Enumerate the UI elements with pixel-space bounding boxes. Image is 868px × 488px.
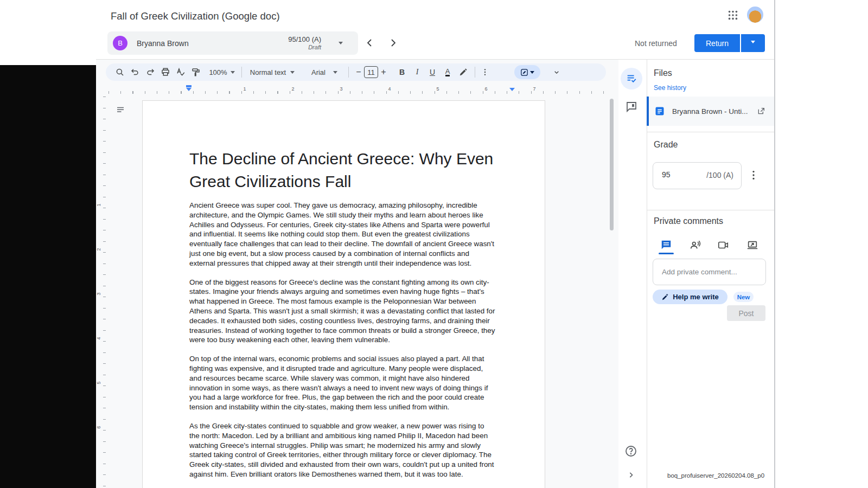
return-status: Not returned bbox=[635, 39, 677, 48]
document-page[interactable]: The Decline of Ancient Greece: Why Even … bbox=[142, 100, 545, 488]
section-divider bbox=[647, 210, 774, 210]
doc-editor-area: 100% Normal text Arial − 11 + B I U A bbox=[96, 60, 618, 488]
window-edge bbox=[774, 0, 775, 488]
files-section-title: Files bbox=[654, 68, 672, 78]
return-caret-icon bbox=[751, 41, 755, 46]
return-options-button[interactable] bbox=[741, 34, 765, 52]
see-history-link[interactable]: See history bbox=[654, 84, 686, 92]
ruler-number: 3 bbox=[340, 86, 342, 92]
text-color-button[interactable]: A bbox=[440, 65, 455, 79]
more-toolbar-options-button[interactable] bbox=[480, 65, 490, 79]
help-button[interactable] bbox=[624, 445, 637, 458]
first-line-indent-marker[interactable] bbox=[186, 88, 192, 91]
comment-bank-icon bbox=[625, 100, 638, 113]
student-selector[interactable]: B Bryanna Brown 95/100 (A) Draft bbox=[107, 31, 358, 55]
style-caret-icon bbox=[290, 71, 295, 76]
highlight-color-button[interactable] bbox=[455, 65, 470, 79]
video-comment-icon bbox=[717, 239, 729, 251]
new-feature-badge: New bbox=[733, 292, 754, 302]
decrease-font-size-button[interactable]: − bbox=[353, 65, 364, 79]
print-button[interactable] bbox=[158, 65, 173, 79]
font-size-input[interactable]: 11 bbox=[364, 66, 378, 78]
tab-text-comment[interactable] bbox=[660, 239, 672, 251]
help-me-write-button[interactable]: Help me write bbox=[653, 290, 727, 304]
toolbar-divider bbox=[241, 67, 242, 78]
undo-button[interactable] bbox=[127, 65, 143, 79]
selected-file-indicator bbox=[647, 97, 649, 126]
student-grade-summary: 95/100 (A) bbox=[256, 35, 321, 43]
spellcheck-button[interactable] bbox=[173, 65, 188, 79]
selected-tab-indicator bbox=[659, 253, 674, 254]
document-paragraph: One of the biggest reasons for Greece's … bbox=[189, 278, 496, 345]
zoom-select[interactable]: 100% bbox=[207, 65, 237, 79]
doc-file-icon bbox=[655, 106, 665, 116]
document-paragraph: As the Greek city-states continued to sq… bbox=[189, 421, 496, 479]
screen-recording-icon bbox=[746, 239, 758, 251]
document-outline-button[interactable] bbox=[116, 105, 125, 115]
right-indent-marker[interactable] bbox=[509, 88, 515, 91]
font-value: Arial bbox=[311, 68, 326, 76]
apps-grid-icon[interactable] bbox=[727, 9, 739, 21]
edit-mode-icon bbox=[520, 68, 528, 76]
ruler-number: 2 bbox=[96, 248, 101, 251]
ruler-number: 3 bbox=[96, 292, 101, 295]
pen-spark-icon bbox=[661, 293, 669, 301]
underline-button[interactable]: U bbox=[425, 65, 440, 79]
ruler-number: 1 bbox=[96, 203, 101, 206]
search-menus-button[interactable] bbox=[112, 65, 127, 79]
document-paragraph: On top of the internal wars, economic pr… bbox=[189, 354, 496, 412]
file-item[interactable]: Bryanna Brown - Unti... bbox=[647, 97, 774, 126]
zoom-caret-icon bbox=[231, 71, 235, 76]
ruler-number: 4 bbox=[388, 86, 391, 92]
grade-input[interactable] bbox=[662, 170, 694, 179]
grading-panel-button[interactable] bbox=[621, 68, 642, 89]
tab-screen-recording[interactable] bbox=[746, 239, 758, 251]
font-caret-icon bbox=[333, 71, 337, 76]
redo-button[interactable] bbox=[143, 65, 158, 79]
server-build-label: boq_profuiserver_20260204.08_p0 bbox=[667, 472, 764, 479]
private-comment-input[interactable] bbox=[653, 259, 766, 285]
ruler-number: 7 bbox=[533, 86, 535, 92]
italic-button[interactable]: I bbox=[410, 65, 425, 79]
grade-denominator: /100 (A) bbox=[706, 171, 733, 179]
left-indent-marker[interactable] bbox=[186, 85, 192, 87]
toolbar-divider bbox=[475, 67, 475, 78]
toolbar-divider bbox=[348, 67, 349, 78]
grade-more-options-button[interactable] bbox=[748, 169, 760, 181]
private-comments-title: Private comments bbox=[654, 216, 723, 226]
open-in-new-icon[interactable] bbox=[757, 107, 765, 115]
user-avatar[interactable] bbox=[747, 7, 763, 23]
return-button[interactable]: Return bbox=[694, 34, 740, 52]
student-name: Bryanna Brown bbox=[137, 39, 189, 48]
grade-field: /100 (A) bbox=[653, 162, 742, 189]
next-student-button[interactable] bbox=[386, 36, 399, 49]
collapse-sidebar-button[interactable] bbox=[626, 470, 636, 480]
increase-font-size-button[interactable]: + bbox=[378, 65, 389, 79]
comment-bank-button[interactable] bbox=[625, 100, 638, 113]
comment-tab-icon bbox=[660, 239, 672, 251]
ruler-number: 6 bbox=[484, 86, 487, 92]
tab-voice-comment[interactable] bbox=[690, 239, 701, 251]
section-divider bbox=[647, 132, 774, 132]
classroom-grading-window: Fall of Greek Civilization (Google doc) … bbox=[0, 0, 868, 488]
previous-student-button[interactable] bbox=[363, 36, 376, 49]
ruler-number: 1 bbox=[243, 86, 246, 92]
student-avatar: B bbox=[113, 36, 127, 50]
post-comment-button[interactable]: Post bbox=[727, 305, 765, 321]
hide-menus-button[interactable] bbox=[549, 65, 564, 79]
mode-caret-icon bbox=[530, 71, 534, 76]
grade-section-title: Grade bbox=[654, 140, 678, 150]
file-name: Bryanna Brown - Unti... bbox=[672, 107, 748, 115]
paragraph-style-select[interactable]: Normal text bbox=[246, 65, 298, 79]
editing-mode-button[interactable] bbox=[514, 65, 540, 79]
font-select[interactable]: Arial bbox=[305, 65, 344, 79]
tab-video-comment[interactable] bbox=[717, 239, 729, 251]
bold-button[interactable]: B bbox=[394, 65, 410, 79]
paint-format-button[interactable] bbox=[188, 65, 203, 79]
vertical-ruler bbox=[103, 97, 106, 487]
document-scrollbar[interactable] bbox=[610, 99, 614, 230]
horizontal-ruler bbox=[107, 91, 606, 94]
assignment-title: Fall of Greek Civilization (Google doc) bbox=[111, 10, 280, 22]
zoom-value: 100% bbox=[209, 68, 227, 76]
student-dropdown-caret-icon bbox=[339, 42, 343, 47]
